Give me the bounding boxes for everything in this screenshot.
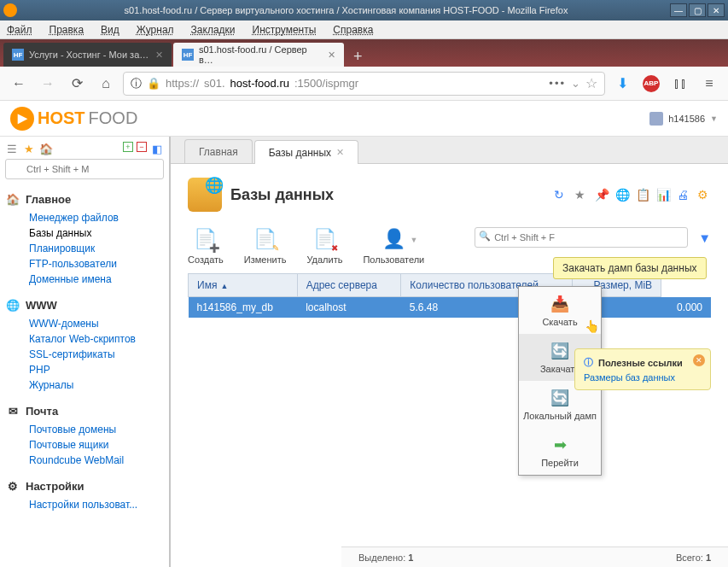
tab-close-icon[interactable]: ✕ [336, 147, 344, 158]
home-button[interactable]: ⌂ [94, 72, 118, 96]
sidebar-item-ssl[interactable]: SSL-сертификаты [29, 348, 164, 360]
menu-edit[interactable]: Правка [50, 24, 84, 36]
page-title: Базы данных [230, 186, 334, 204]
cell-name: h141586_my_db [189, 297, 298, 319]
edit-button[interactable]: 📄✎ Изменить [244, 227, 287, 265]
filter-input[interactable] [475, 227, 688, 248]
upload-icon: 🔄 [550, 341, 570, 361]
url-domain: host-food.ru [230, 77, 289, 90]
browser-tab[interactable]: HF Услуги - Хостинг - Мои за… ✕ [3, 43, 172, 67]
library-button[interactable]: ⫿⫿ [668, 72, 692, 96]
menu-bookmarks[interactable]: Закладки [191, 24, 236, 36]
create-button[interactable]: 📄➕ Создать [188, 227, 224, 265]
sidebar-search-input[interactable] [5, 159, 164, 179]
menu-help[interactable]: Справка [333, 24, 373, 36]
sidebar-item-domains[interactable]: Доменные имена [29, 273, 164, 285]
info-icon[interactable]: ⓘ [131, 76, 142, 91]
sidebar-item-webscripts[interactable]: Каталог Web-скриптов [29, 333, 164, 345]
pin-icon[interactable]: 📌 [595, 188, 609, 202]
downloads-button[interactable]: ⬇ [610, 72, 634, 96]
list-icon[interactable]: ☰ [5, 142, 19, 155]
sidebar: ☰ ★ 🏠 + − ◧ 🏠 Главное Мене [0, 137, 171, 567]
help-icon[interactable]: 🌐 [615, 188, 629, 202]
tab-close-icon[interactable]: ✕ [328, 50, 335, 61]
page-header: HOSTFOOD h141586 ▼ [0, 101, 728, 137]
tab-close-icon[interactable]: ✕ [155, 50, 163, 61]
funnel-icon[interactable]: ▼ [698, 231, 711, 245]
tab-label: Услуги - Хостинг - Мои за… [29, 50, 149, 60]
status-total: Всего: 1 [676, 552, 711, 563]
users-button[interactable]: 👤▼ Пользователи [363, 227, 424, 265]
dropdown-item-goto[interactable]: ➡ Перейти [519, 428, 601, 475]
back-button[interactable]: ← [7, 72, 31, 96]
page-root: HOSTFOOD h141586 ▼ ☰ ★ 🏠 + − ◧ [0, 101, 728, 567]
settings-icon[interactable]: ⚙ [697, 188, 711, 202]
gear-icon: ⚙ [5, 478, 20, 494]
sidebar-item-filemanager[interactable]: Менеджер файлов [29, 212, 164, 224]
minimize-button[interactable]: — [670, 3, 687, 17]
cell-size: 0.000 [661, 297, 711, 319]
sidebar-item-mailboxes[interactable]: Почтовые ящики [29, 439, 164, 451]
print-icon[interactable]: 🖨 [677, 188, 690, 202]
reload-button[interactable]: ⟳ [65, 72, 89, 96]
sidebar-item-databases[interactable]: Базы данных [29, 227, 164, 239]
user-avatar-icon [649, 112, 663, 126]
sidebar-item-scheduler[interactable]: Планировщик [29, 243, 164, 254]
bookmark-star-icon[interactable]: ☆ [585, 75, 597, 91]
menu-view[interactable]: Вид [101, 24, 119, 36]
tab-databases[interactable]: Базы данных ✕ [254, 140, 358, 164]
sidebar-item-usersettings[interactable]: Настройки пользоват... [29, 499, 164, 511]
sidebar-item-roundcube[interactable]: Roundcube WebMail [29, 454, 164, 466]
forward-button[interactable]: → [36, 72, 60, 96]
menu-button[interactable]: ≡ [697, 72, 721, 96]
sidebar-item-wwwdomains[interactable]: WWW-домены [29, 318, 164, 330]
abp-button[interactable]: ABP [639, 72, 663, 96]
lock-icon: 🔒 [147, 77, 160, 90]
maximize-button[interactable]: ▢ [689, 3, 706, 17]
document-icon: 📄✎ [253, 227, 277, 251]
nav-group-title[interactable]: 🌐 WWW [5, 297, 164, 313]
nav-group-title[interactable]: ⚙ Настройки [5, 478, 164, 494]
table-row[interactable]: h141586_my_db localhost 5.6.48 1 0.000 [189, 297, 712, 319]
browser-tabbar: HF Услуги - Хостинг - Мои за… ✕ HF s01.h… [0, 39, 728, 67]
info-box: ✕ ⓘ Полезные ссылки Размеры баз данных [574, 348, 711, 390]
col-addr[interactable]: Адрес сервера [297, 274, 401, 297]
menu-tools[interactable]: Инструменты [253, 24, 317, 36]
new-tab-button[interactable]: + [346, 46, 370, 67]
sidebar-item-ftp[interactable]: FTP-пользователи [29, 258, 164, 270]
sidebar-item-php[interactable]: PHP [29, 364, 164, 376]
cursor-icon: 👆 [585, 319, 599, 333]
nav-group-title[interactable]: ✉ Почта [5, 403, 164, 418]
url-input[interactable]: ⓘ 🔒 https://s01.host-food.ru:1500/ispmgr… [123, 72, 605, 96]
refresh-icon[interactable]: ↻ [554, 188, 568, 202]
user-corner[interactable]: h141586 ▼ [649, 112, 718, 126]
url-scheme: https:// [166, 77, 199, 90]
star-icon[interactable]: ★ [22, 142, 36, 155]
sidebar-toggle-icon[interactable]: ◧ [150, 142, 164, 155]
pocket-icon[interactable]: ⌄ [571, 77, 580, 90]
browser-tab[interactable]: HF s01.host-food.ru / Сервер в… ✕ [173, 43, 344, 67]
logo[interactable]: HOSTFOOD [10, 107, 137, 131]
col-name[interactable]: Имя▲ [189, 274, 298, 297]
sidebar-item-logs[interactable]: Журналы [29, 379, 164, 391]
copy-icon[interactable]: 📋 [636, 188, 649, 202]
page-body: ☰ ★ 🏠 + − ◧ 🏠 Главное Мене [0, 137, 728, 567]
favorite-icon[interactable]: ★ [574, 188, 588, 202]
nav-group-title[interactable]: 🏠 Главное [5, 191, 164, 207]
export-icon[interactable]: 📊 [656, 188, 670, 202]
close-button[interactable]: ✕ [708, 3, 725, 17]
tab-home[interactable]: Главная [184, 139, 253, 163]
delete-button[interactable]: 📄✖ Удалить [306, 227, 342, 265]
sidebar-search-wrap [5, 159, 164, 179]
close-icon[interactable]: ✕ [693, 354, 705, 366]
menu-file[interactable]: Файл [7, 24, 32, 36]
info-link[interactable]: Размеры баз данных [584, 372, 702, 383]
sidebar-item-maildomains[interactable]: Почтовые домены [29, 424, 164, 435]
menubar: Файл Правка Вид Журнал Закладки Инструме… [0, 20, 728, 39]
page-actions-icon[interactable]: ••• [549, 77, 566, 90]
menu-history[interactable]: Журнал [137, 24, 174, 36]
home-icon: 🏠 [5, 191, 20, 207]
home-icon[interactable]: 🏠 [39, 142, 53, 155]
collapse-icon[interactable]: − [137, 142, 147, 152]
expand-icon[interactable]: + [123, 142, 133, 152]
